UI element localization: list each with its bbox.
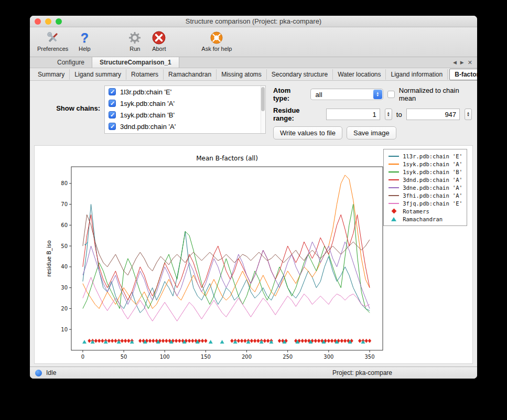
help-button[interactable]: ? Help <box>77 30 92 52</box>
question-icon: ? <box>77 30 92 46</box>
atom-type-select[interactable]: all ▲▼ <box>310 89 383 100</box>
normalized-checkbox[interactable] <box>387 91 395 98</box>
status-indicator-icon <box>35 370 42 376</box>
chain-checkbox[interactable] <box>109 88 116 95</box>
tab-configure[interactable]: Configure <box>50 57 92 68</box>
residue-to-stepper[interactable]: ▲▼ <box>465 109 472 120</box>
zoom-button[interactable] <box>56 18 62 25</box>
project-label: Project: pka-compare <box>332 369 392 376</box>
tab-secondary-structure[interactable]: Secondary structure <box>267 69 333 80</box>
write-values-button[interactable]: Write values to file <box>273 126 342 139</box>
run-button[interactable]: Run <box>127 30 143 52</box>
svg-text:residue B_iso: residue B_iso <box>46 240 52 276</box>
save-image-button[interactable]: Save image <box>347 126 396 139</box>
window-title: Structure comparison (Project: pka-compa… <box>186 17 321 25</box>
preferences-button[interactable]: Preferences <box>37 30 68 52</box>
status-bar: Idle Project: pka-compare <box>30 367 477 379</box>
svg-text:✓: ✓ <box>83 240 89 247</box>
svg-text:150: 150 <box>201 354 211 360</box>
chain-label: 1syk.pdb:chain 'B' <box>120 111 175 119</box>
svg-text:30: 30 <box>61 285 68 290</box>
legend-item: 1syk.pdb:chain 'B' <box>387 168 462 176</box>
normalized-label: Normalized to chain mean <box>399 87 472 102</box>
legend-line-swatch <box>389 179 399 180</box>
tab-close-icon[interactable]: ✕ <box>468 59 472 66</box>
residue-from-stepper[interactable]: ▲▼ <box>385 109 392 120</box>
ask-for-help-button[interactable]: Ask for help <box>201 30 232 52</box>
legend-item: 3fjq.pdb:chain 'E' <box>387 199 462 207</box>
svg-text:50: 50 <box>121 354 127 360</box>
close-button[interactable] <box>35 18 41 25</box>
tab-rotamers[interactable]: Rotamers <box>126 69 164 80</box>
chevron-up-down-icon: ▲▼ <box>373 90 382 99</box>
chain-list[interactable]: 1l3r.pdb:chain 'E' 1syk.pdb:chain 'A' 1s… <box>104 85 266 134</box>
svg-text:200: 200 <box>242 354 252 360</box>
chart-legend: 1l3r.pdb:chain 'E'1syk.pdb:chain 'A'1syk… <box>383 149 467 226</box>
titlebar: Structure comparison (Project: pka-compa… <box>30 16 477 27</box>
legend-item: 3dnd.pdb:chain 'A' <box>387 176 462 184</box>
chain-checkbox[interactable] <box>109 111 116 119</box>
toolbar-label: Ask for help <box>201 46 232 52</box>
chain-list-item[interactable]: 1syk.pdb:chain 'B' <box>105 109 265 121</box>
document-tab-bar: Configure StructureComparison_1 ◀ ▶ ✕ <box>30 57 477 68</box>
atom-type-value: all <box>316 91 322 99</box>
residue-from-input[interactable]: 1 <box>326 109 380 120</box>
toolbar-label: Preferences <box>37 46 68 52</box>
legend-line-swatch <box>389 156 399 157</box>
toolbar: Preferences ? Help Run <box>30 27 477 57</box>
chain-checkbox[interactable] <box>109 123 116 130</box>
svg-text:10: 10 <box>61 327 68 332</box>
to-label: to <box>396 111 402 119</box>
legend-diamond-swatch <box>391 209 396 214</box>
app-window: Structure comparison (Project: pka-compa… <box>30 16 477 379</box>
tab-summary[interactable]: Summary <box>33 69 70 80</box>
residue-to-input[interactable]: 947 <box>406 109 460 120</box>
tab-scroll-right-icon[interactable]: ▶ <box>460 60 464 65</box>
abort-button[interactable]: Abort <box>151 30 167 52</box>
tab-b-factors[interactable]: B-factors <box>449 69 477 80</box>
legend-line-swatch <box>389 164 399 165</box>
legend-item: Ramachandran <box>387 215 462 223</box>
svg-text:Residue: Residue <box>216 362 238 364</box>
tab-missing-atoms[interactable]: Missing atoms <box>217 69 267 80</box>
controls-panel: Show chains: 1l3r.pdb:chain 'E' 1syk.pdb… <box>30 81 477 144</box>
tab-ramachandran[interactable]: Ramachandran <box>164 69 217 80</box>
window-controls <box>35 18 62 25</box>
chain-label: 1syk.pdb:chain 'A' <box>120 100 175 107</box>
lifering-icon <box>209 30 224 46</box>
filter-controls: Atom type: all ▲▼ Normalized to chain me… <box>273 85 472 139</box>
legend-item: 3dne.pdb:chain 'A' <box>387 184 462 191</box>
minimize-button[interactable] <box>45 18 51 25</box>
tab-structure-comparison-1[interactable]: StructureComparison_1 <box>92 57 179 68</box>
chain-checkbox[interactable] <box>109 100 116 107</box>
svg-text:0: 0 <box>81 354 84 360</box>
chain-list-item[interactable]: 1syk.pdb:chain 'A' <box>105 98 265 109</box>
toolbar-label: Abort <box>152 46 166 52</box>
chain-list-item[interactable]: 1l3r.pdb:chain 'E' <box>105 86 265 98</box>
svg-text:80: 80 <box>61 180 68 186</box>
status-text: Idle <box>46 369 56 376</box>
tab-ligand-summary[interactable]: Ligand summary <box>70 69 126 80</box>
legend-line-swatch <box>389 171 399 173</box>
chain-label: 1l3r.pdb:chain 'E' <box>120 88 171 96</box>
residue-range-label: Residue range: <box>273 106 322 122</box>
chain-list-item[interactable]: 3dnd.pdb:chain 'A' <box>105 121 265 132</box>
svg-text:60: 60 <box>61 222 68 228</box>
tab-scroll-left-icon[interactable]: ◀ <box>453 60 457 65</box>
toolbar-label: Help <box>79 46 91 52</box>
b-factor-chart[interactable]: 1020304050607080050100150200250300350Mea… <box>44 152 390 364</box>
svg-text:20: 20 <box>61 306 68 311</box>
chain-label: 3dnd.pdb:chain 'A' <box>120 123 176 131</box>
tab-bar-controls: ◀ ▶ ✕ <box>453 57 477 68</box>
show-chains-label: Show chains: <box>30 85 104 139</box>
legend-line-swatch <box>389 195 399 196</box>
legend-item: 1l3r.pdb:chain 'E' <box>387 152 462 160</box>
tab-water-locations[interactable]: Water locations <box>333 69 386 80</box>
svg-text:40: 40 <box>61 264 68 270</box>
legend-item: Rotamers <box>387 207 462 215</box>
tab-ligand-information[interactable]: Ligand information <box>386 69 448 80</box>
legend-item: 3fhi.pdb:chain 'A' <box>387 191 462 199</box>
svg-text:250: 250 <box>283 354 293 360</box>
scrollbar-thumb[interactable] <box>261 87 265 111</box>
chain-list-scrollbar[interactable] <box>261 86 265 133</box>
